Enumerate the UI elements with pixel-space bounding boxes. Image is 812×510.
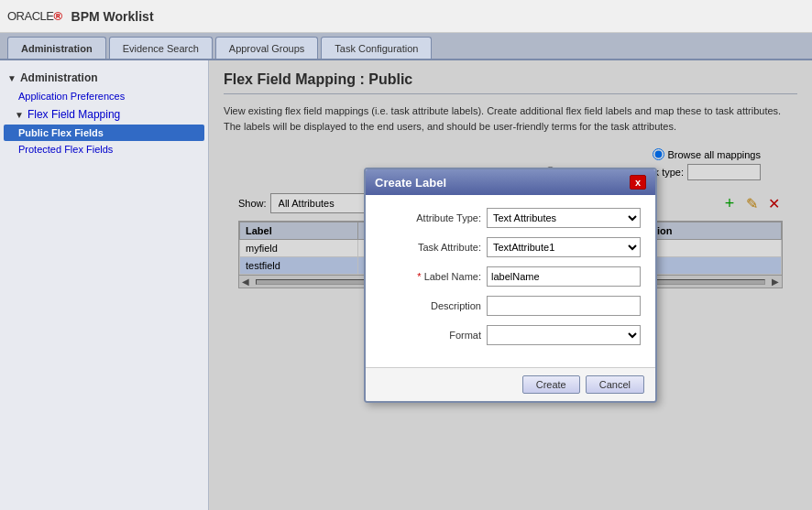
label-name-input[interactable] bbox=[487, 266, 641, 287]
tab-evidence-search[interactable]: Evidence Search bbox=[109, 37, 213, 59]
attribute-type-label: Attribute Type: bbox=[380, 212, 481, 223]
sidebar-item-protected-flex[interactable]: Protected Flex Fields bbox=[0, 141, 208, 157]
create-button[interactable]: Create bbox=[522, 375, 580, 394]
dialog-title-bar: Create Label x bbox=[366, 169, 655, 195]
tab-administration[interactable]: Administration bbox=[7, 37, 106, 59]
oracle-text: ORACLE bbox=[7, 9, 53, 23]
sidebar-arrow: ▼ bbox=[7, 73, 16, 83]
oracle-logo: ORACLE® bbox=[7, 9, 62, 23]
dialog-overlay: Create Label x Attribute Type: Text Attr… bbox=[209, 60, 812, 510]
label-name-row: Label Name: bbox=[380, 266, 641, 287]
content-area: Flex Field Mapping : Public View existin… bbox=[209, 60, 812, 510]
dialog-close-button[interactable]: x bbox=[630, 175, 646, 190]
sidebar: ▼ Administration Application Preferences… bbox=[0, 60, 209, 510]
sidebar-flex-arrow: ▼ bbox=[15, 110, 24, 120]
format-label: Format bbox=[380, 330, 481, 341]
nav-tabs: Administration Evidence Search Approval … bbox=[0, 33, 812, 60]
description-label: Description bbox=[380, 300, 481, 311]
sidebar-flex-label: Flex Field Mapping bbox=[27, 108, 120, 121]
task-attribute-row: Task Attribute: TextAttribute1 TextAttri… bbox=[380, 237, 641, 257]
task-attribute-select-wrapper: TextAttribute1 TextAttribute2 TextAttrib… bbox=[487, 237, 641, 257]
task-attribute-label: Task Attribute: bbox=[380, 242, 481, 253]
dialog-footer: Create Cancel bbox=[366, 367, 655, 401]
sidebar-item-public-flex[interactable]: Public Flex Fields bbox=[4, 125, 204, 141]
description-input[interactable] bbox=[487, 296, 641, 316]
format-select-wrapper: Option1 Option2 bbox=[487, 325, 641, 345]
cancel-button[interactable]: Cancel bbox=[586, 375, 644, 394]
top-bar: ORACLE® BPM Worklist bbox=[0, 0, 812, 33]
tab-task-configuration[interactable]: Task Configuration bbox=[321, 37, 432, 59]
attribute-type-row: Attribute Type: Text Attributes Number A… bbox=[380, 208, 641, 228]
dialog-title: Create Label bbox=[375, 176, 446, 190]
sidebar-item-app-prefs[interactable]: Application Preferences bbox=[0, 88, 208, 104]
format-select[interactable]: Option1 Option2 bbox=[488, 326, 640, 344]
attribute-type-select[interactable]: Text Attributes Number Attributes Date A… bbox=[488, 209, 640, 227]
sidebar-section-title: Administration bbox=[20, 71, 98, 84]
format-row: Format Option1 Option2 bbox=[380, 325, 641, 345]
attribute-type-select-wrapper: Text Attributes Number Attributes Date A… bbox=[487, 208, 641, 228]
tab-approval-groups[interactable]: Approval Groups bbox=[215, 37, 319, 59]
app-title: BPM Worklist bbox=[71, 9, 154, 24]
sidebar-flex-field-header: ▼ Flex Field Mapping bbox=[0, 104, 208, 125]
create-label-dialog: Create Label x Attribute Type: Text Attr… bbox=[364, 168, 657, 403]
task-attribute-select[interactable]: TextAttribute1 TextAttribute2 TextAttrib… bbox=[488, 238, 640, 256]
description-row: Description bbox=[380, 296, 641, 316]
sidebar-section-header: ▼ Administration bbox=[0, 68, 208, 88]
label-name-label: Label Name: bbox=[380, 271, 481, 282]
main-layout: ▼ Administration Application Preferences… bbox=[0, 60, 812, 510]
dialog-body: Attribute Type: Text Attributes Number A… bbox=[366, 195, 655, 367]
